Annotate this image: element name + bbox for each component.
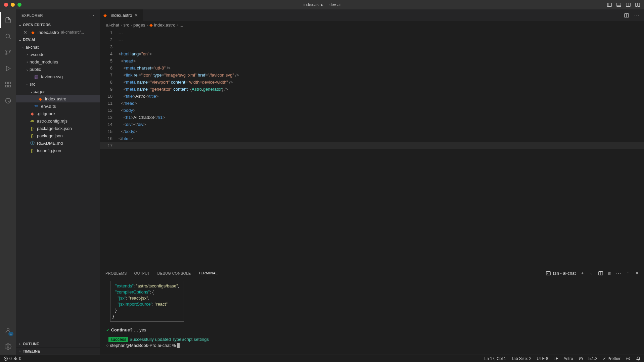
term-text: Continue? <box>111 327 133 332</box>
file-item[interactable]: TSenv.d.ts <box>16 102 100 110</box>
panel-tab-problems[interactable]: PROBLEMS <box>105 269 127 278</box>
breadcrumb-item[interactable]: src <box>123 22 129 28</box>
explorer-more-icon[interactable]: ··· <box>90 13 95 17</box>
file-item[interactable]: {}package.json <box>16 132 100 139</box>
astro-file-icon: ◆ <box>30 30 36 35</box>
layout-toggle-left-icon[interactable] <box>607 2 612 7</box>
code-editor[interactable]: 1234567891011121314151617 ------ <html l… <box>100 29 644 267</box>
status-feedback-icon[interactable] <box>626 356 631 361</box>
activity-explorer[interactable] <box>0 12 16 28</box>
svg-point-10 <box>6 50 7 51</box>
status-prettier[interactable]: ✓ Prettier <box>603 356 620 361</box>
line-number: 6 <box>100 64 112 72</box>
breadcrumb-item[interactable]: pages <box>133 22 145 28</box>
timeline-header[interactable]: › TIMELINE <box>16 347 100 355</box>
layout-toggle-bottom-icon[interactable] <box>616 2 621 7</box>
sidebar-explorer: EXPLORER ··· ⌄ OPEN EDITORS ✕ ◆ index.as… <box>16 9 100 355</box>
activity-run-debug[interactable] <box>0 60 16 77</box>
file-item[interactable]: {}tsconfig.json <box>16 147 100 154</box>
line-number: 5 <box>100 57 112 64</box>
activity-edge[interactable] <box>0 93 16 109</box>
success-badge: success <box>108 337 128 342</box>
svg-point-11 <box>6 53 7 55</box>
astro-file-icon: ◆ <box>38 96 43 101</box>
outline-header[interactable]: › OUTLINE <box>16 340 100 347</box>
editor-tab[interactable]: ◆ index.astro ✕ <box>100 9 143 21</box>
status-version[interactable]: 5.1.3 <box>589 356 598 361</box>
panel-tab-output[interactable]: OUTPUT <box>134 269 150 278</box>
file-item[interactable]: JSastro.config.mjs <box>16 117 100 125</box>
folder-item[interactable]: ⌄public <box>16 65 100 73</box>
term-text: "compilerOptions" <box>115 289 150 295</box>
line-number: 13 <box>100 114 112 121</box>
status-bell-icon[interactable] <box>636 356 641 361</box>
svg-rect-6 <box>636 3 637 7</box>
layout-customize-icon[interactable] <box>635 2 640 7</box>
term-text: "jsx" <box>118 296 126 301</box>
terminal-selector[interactable]: zsh - ai-chat <box>546 271 576 276</box>
status-language[interactable]: Astro <box>564 356 573 361</box>
window-maximize-button[interactable] <box>17 3 21 7</box>
breadcrumb-item[interactable]: ai-chat <box>106 22 119 28</box>
file-name: tsconfig.json <box>37 148 61 153</box>
activity-accounts[interactable]: 1 <box>0 322 16 338</box>
chevron-down-icon: ⌄ <box>25 67 30 72</box>
split-editor-icon[interactable] <box>624 13 629 18</box>
open-editors-header[interactable]: ⌄ OPEN EDITORS <box>16 21 100 29</box>
breadcrumbs[interactable]: ai-chat › src › pages › ◆ index.astro › … <box>100 21 644 29</box>
layout-toggle-right-icon[interactable] <box>626 2 631 7</box>
chevron-down-icon[interactable]: ⌄ <box>589 271 594 275</box>
breadcrumb-item[interactable]: ... <box>180 22 183 28</box>
file-item[interactable]: ◆.gitignore <box>16 110 100 117</box>
status-cursor-position[interactable]: Ln 17, Col 1 <box>484 356 506 361</box>
kill-terminal-icon[interactable]: 🗑 <box>608 271 611 275</box>
file-name: package-lock.json <box>37 126 72 131</box>
activity-search[interactable] <box>0 28 16 44</box>
chevron-up-icon[interactable]: ⌃ <box>626 271 631 275</box>
file-item[interactable]: ◆index.astro <box>16 95 100 102</box>
window-minimize-button[interactable] <box>11 3 15 7</box>
status-encoding[interactable]: UTF-8 <box>537 356 548 361</box>
terminal-content[interactable]: "extends": "astro/tsconfigs/base", "comp… <box>100 279 644 355</box>
file-item[interactable]: {}package-lock.json <box>16 125 100 132</box>
bottom-panel: PROBLEMSOUTPUTDEBUG CONSOLETERMINAL zsh … <box>100 267 644 355</box>
editor-more-icon[interactable]: ··· <box>634 13 640 18</box>
file-name: index.astro <box>45 96 66 101</box>
new-terminal-icon[interactable]: ＋ <box>581 271 584 276</box>
folder-item[interactable]: ⌄pages <box>16 88 100 95</box>
split-terminal-icon[interactable] <box>598 271 603 276</box>
chevron-right-icon: › <box>17 349 22 353</box>
svg-rect-15 <box>9 82 11 84</box>
close-icon[interactable]: ✕ <box>24 30 29 35</box>
folder-item[interactable]: ›node_modules <box>16 58 100 65</box>
window-close-button[interactable] <box>4 3 8 7</box>
activity-extensions[interactable] <box>0 77 16 93</box>
file-item[interactable]: ⓘREADME.md <box>16 139 100 147</box>
chevron-down-icon: ⌄ <box>21 45 26 49</box>
status-errors[interactable]: 0 0 <box>3 356 21 361</box>
status-copilot[interactable] <box>579 356 583 361</box>
svg-rect-14 <box>6 82 8 84</box>
activity-settings[interactable] <box>0 338 16 355</box>
close-panel-icon[interactable]: ✕ <box>636 271 639 275</box>
folder-item[interactable]: ›.vscode <box>16 51 100 58</box>
panel-tab-debug-console[interactable]: DEBUG CONSOLE <box>157 269 191 278</box>
activity-bar: 1 <box>0 9 16 355</box>
activity-source-control[interactable] <box>0 44 16 60</box>
breadcrumb-item[interactable]: index.astro <box>154 22 176 28</box>
panel-more-icon[interactable]: ··· <box>616 271 622 275</box>
svg-file-icon: ▧ <box>34 74 39 79</box>
folder-item[interactable]: ⌄ai-chat <box>16 43 100 51</box>
workspace-header[interactable]: ⌄ DEV-AI <box>16 36 100 43</box>
file-item[interactable]: ▧favicon.svg <box>16 73 100 80</box>
status-eol[interactable]: LF <box>554 356 558 361</box>
code-line: <html lang="en"> <box>119 50 644 57</box>
status-tab-size[interactable]: Tab Size: 2 <box>511 356 531 361</box>
close-icon[interactable]: ✕ <box>134 13 140 18</box>
folder-item[interactable]: ⌄src <box>16 80 100 88</box>
panel-tab-terminal[interactable]: TERMINAL <box>198 268 218 278</box>
explorer-title: EXPLORER <box>21 13 43 17</box>
term-text: "jsxImportSource" <box>118 302 152 307</box>
open-editor-item[interactable]: ✕ ◆ index.astro ai-chat/src/... <box>16 29 100 36</box>
warning-count: 0 <box>19 356 21 361</box>
